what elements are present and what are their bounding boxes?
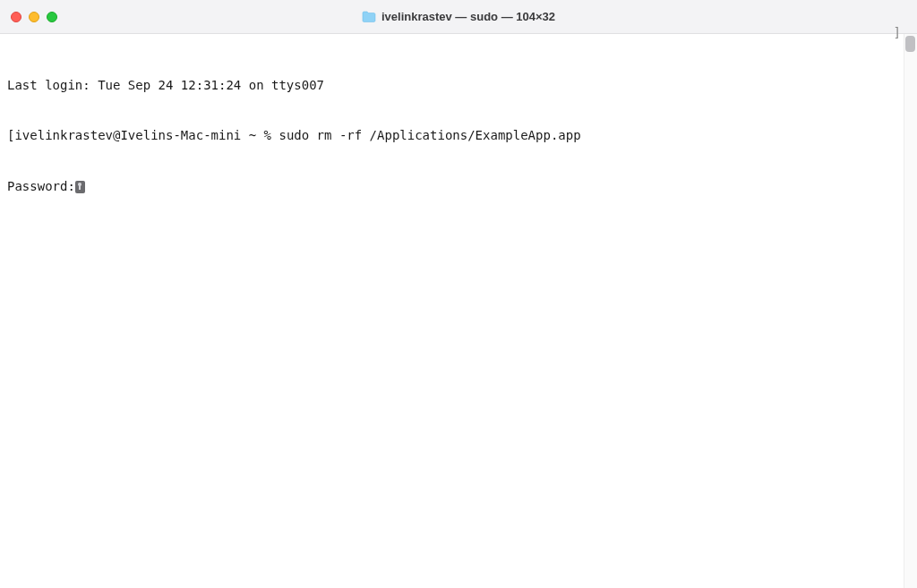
window-title-text: ivelinkrastev — sudo — 104×32 — [381, 10, 555, 23]
key-icon — [75, 181, 85, 193]
terminal-command-line: [ivelinkrastev@Ivelins-Mac-mini ~ % sudo… — [7, 127, 910, 144]
vertical-scrollbar[interactable] — [904, 34, 917, 588]
password-label: Password: — [7, 179, 75, 193]
scrollbar-thumb[interactable] — [905, 36, 915, 52]
window-title: ivelinkrastev — sudo — 104×32 — [362, 10, 555, 23]
terminal-last-login-line: Last login: Tue Sep 24 12:31:24 on ttys0… — [7, 77, 910, 94]
window-minimize-button[interactable] — [29, 12, 39, 22]
folder-icon — [362, 11, 376, 22]
window-zoom-button[interactable] — [47, 12, 57, 22]
terminal-line-end-bracket: ] — [894, 25, 901, 39]
terminal-prompt: ivelinkrastev@Ivelins-Mac-mini ~ % — [14, 128, 279, 142]
window-close-button[interactable] — [11, 12, 21, 22]
terminal-content-area[interactable]: Last login: Tue Sep 24 12:31:24 on ttys0… — [0, 34, 917, 588]
terminal-command-text: sudo rm -rf /Applications/ExampleApp.app — [279, 128, 580, 142]
terminal-password-line: Password: — [7, 178, 910, 195]
window-titlebar: ivelinkrastev — sudo — 104×32 — [0, 0, 917, 34]
traffic-lights — [11, 12, 57, 22]
